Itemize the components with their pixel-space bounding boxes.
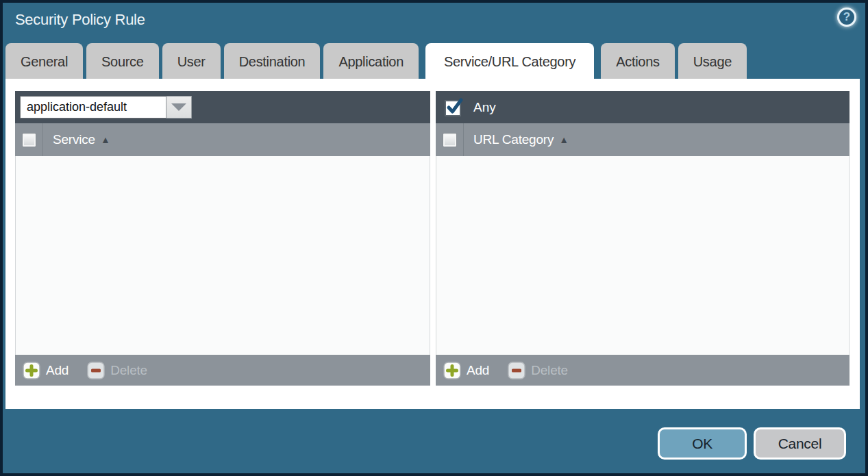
tab-bar: General Source User Destination Applicat… [5, 43, 747, 79]
add-button-label: Add [467, 363, 489, 378]
tab-destination[interactable]: Destination [224, 43, 321, 79]
service-table-footer: Add Delete [15, 355, 430, 386]
tab-actions[interactable]: Actions [601, 43, 675, 79]
delete-button-label: Delete [531, 363, 568, 378]
service-type-input[interactable] [20, 96, 166, 118]
url-category-table-body[interactable] [436, 156, 850, 355]
url-category-table-footer: Add Delete [436, 355, 850, 386]
plus-icon [443, 362, 461, 379]
tab-content-area: Service ▲ Add Delete [5, 79, 860, 409]
plus-icon [23, 362, 40, 379]
service-add-button[interactable]: Add [23, 362, 69, 379]
service-type-dropdown-button[interactable] [166, 96, 192, 118]
any-checkbox-label[interactable]: Any [473, 100, 496, 115]
url-category-panel: Any URL Category ▲ Add [436, 91, 850, 386]
dialog-title: Security Policy Rule [15, 11, 145, 29]
security-policy-rule-dialog: Security Policy Rule ? General Source Us… [3, 3, 865, 473]
delete-button-label: Delete [110, 363, 147, 378]
add-button-label: Add [46, 363, 69, 378]
sort-asc-icon[interactable]: ▲ [101, 134, 110, 145]
help-glyph: ? [843, 10, 850, 24]
ok-button[interactable]: OK [658, 427, 747, 460]
service-delete-button[interactable]: Delete [87, 362, 147, 379]
tab-source[interactable]: Source [86, 43, 159, 79]
minus-icon [87, 362, 105, 379]
service-table-body[interactable] [15, 156, 430, 355]
url-category-add-button[interactable]: Add [443, 362, 489, 379]
tab-application[interactable]: Application [323, 43, 419, 79]
checkbox-icon [22, 133, 36, 147]
chevron-down-icon [171, 103, 186, 111]
url-category-delete-button[interactable]: Delete [508, 362, 568, 379]
any-checkbox-checked[interactable] [443, 97, 464, 118]
sort-asc-icon[interactable]: ▲ [559, 134, 569, 145]
url-category-select-all-checkbox[interactable] [436, 123, 464, 156]
tab-service-url-category[interactable]: Service/URL Category [425, 43, 594, 79]
cancel-button[interactable]: Cancel [754, 427, 846, 460]
minus-icon [508, 362, 525, 379]
service-topbar [15, 91, 430, 123]
service-table-header: Service ▲ [15, 123, 430, 156]
tab-user[interactable]: User [162, 43, 221, 79]
tab-usage[interactable]: Usage [678, 43, 747, 79]
checkbox-icon [443, 133, 457, 147]
url-category-column-header[interactable]: URL Category [473, 132, 554, 147]
url-category-table-header: URL Category ▲ [436, 123, 850, 156]
service-panel: Service ▲ Add Delete [15, 91, 430, 386]
help-icon[interactable]: ? [837, 8, 856, 27]
service-column-header[interactable]: Service [53, 132, 95, 147]
service-select-all-checkbox[interactable] [15, 123, 43, 156]
url-category-topbar: Any [436, 91, 850, 123]
tab-general[interactable]: General [5, 43, 83, 79]
service-type-dropdown [20, 96, 192, 118]
